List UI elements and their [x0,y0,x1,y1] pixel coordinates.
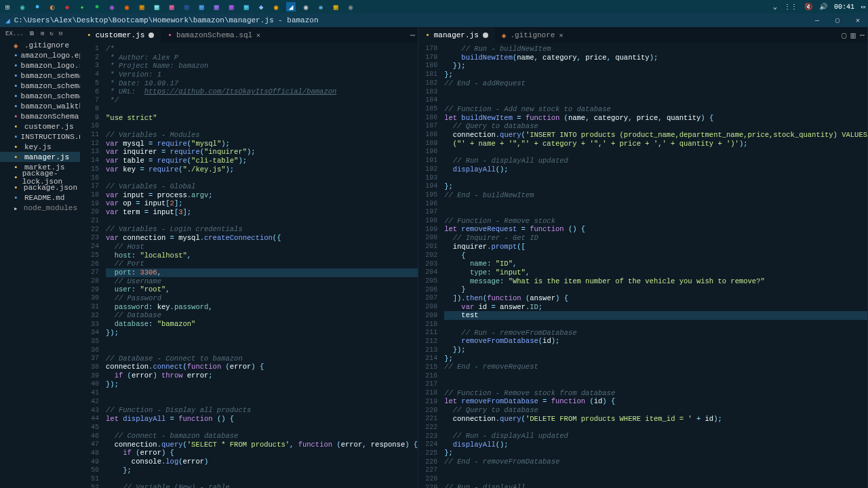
close-icon[interactable]: ✕ [559,31,563,39]
code-area-right[interactable]: 1781791801811821831841851861871881891901… [418,43,867,488]
file-name: .gitignore [24,41,69,49]
app-icon[interactable]: ◆ [62,2,72,12]
editor-pane-right: ▪manager.js◈.gitignore✕ ▢ ▥ ⋯ 1781791801… [418,27,868,488]
wifi-icon[interactable]: ⋮⋮ [784,3,797,11]
code-content[interactable]: /* * Author: Alex P * Project Name: bama… [106,43,418,488]
refresh-icon[interactable]: ↻ [50,30,53,37]
vscode-logo-icon: ◢ [5,16,10,25]
app-icon[interactable]: ◉ [346,2,355,12]
file-item[interactable]: ▪customer.js [0,121,80,131]
adobe-icon[interactable]: ▦ [226,2,236,12]
file-type-icon: ◈ [14,41,22,49]
code-content[interactable]: // Run - buildNewItem buildNewItem(name,… [444,43,867,488]
editor-tab[interactable]: ▪bamazonSchema.sql✕ [161,27,267,43]
clock[interactable]: 00:41 [834,3,854,11]
app-icon[interactable]: ✦ [77,2,87,12]
more-icon[interactable]: ⋯ [860,30,865,41]
app-icon[interactable]: ▦ [331,2,340,12]
close-icon[interactable]: ✕ [256,31,260,39]
app-icon[interactable]: ▦ [241,2,251,12]
file-item[interactable]: ▪bamazon_schema1.P... [0,70,80,81]
spotify-icon[interactable]: ● [92,2,102,12]
file-type-icon: ▪ [14,123,22,131]
adobe-icon[interactable]: ▦ [212,2,221,12]
file-type-icon: ▪ [14,82,18,90]
file-name: INSTRUCTIONS.md [21,133,80,141]
notifications-icon[interactable]: ▭ [861,3,865,11]
vol-mute-icon[interactable]: 🔇 [804,3,812,11]
app-icon[interactable]: ◉ [301,2,311,12]
split-icon[interactable]: ▢ [842,30,846,41]
file-item[interactable]: ▪package-lock.json [0,172,80,182]
collapse-icon[interactable]: ⊟ [59,30,62,37]
code-area-left[interactable]: 1234567891011121314151617181920212223242… [80,43,418,488]
file-item[interactable]: ▪README.md [0,192,80,203]
file-item[interactable]: ▪bamazon_walkthrou... [0,101,80,111]
file-type-icon: ▪ [14,72,18,80]
file-type-icon: ▪ [14,52,18,60]
file-name: manager.js [24,153,69,161]
explorer-sidebar: EX... 🗎 ⊞ ↻ ⊟ ◈.gitignore▪amazon_logo.ep… [0,27,80,488]
file-item[interactable]: ▪bamazon_schema2.P... [0,81,80,91]
file-item[interactable]: ▸node_modules [0,203,80,213]
editor-tab[interactable]: ◈.gitignore✕ [495,27,570,43]
minimize-button[interactable]: — [807,14,827,27]
maximize-button[interactable]: ▢ [827,14,848,27]
word-icon[interactable]: ▦ [182,2,191,12]
start-icon[interactable]: ⊞ [3,2,12,12]
firefox-icon[interactable]: ◐ [47,2,57,12]
file-type-icon: ◈ [502,31,507,40]
app-icon[interactable]: ◉ [107,2,117,12]
edge-icon[interactable]: ◉ [18,2,27,12]
app-icon[interactable]: ❋ [316,2,326,12]
file-item[interactable]: ▪bamazon_logo.svg [0,60,80,70]
editor-tab[interactable]: ▪manager.js [418,27,495,43]
file-item[interactable]: ▪manager.js [0,152,80,162]
editor-area: ▪customer.js▪bamazonSchema.sql✕ ⋯ 123456… [80,27,868,488]
file-item[interactable]: ▪bamazonSchema.sql [0,111,80,121]
adobe-icon[interactable]: ▦ [167,2,176,12]
tab-bar-right: ▪manager.js◈.gitignore✕ ▢ ▥ ⋯ [418,27,867,43]
file-type-icon: ▪ [167,31,172,39]
more-icon[interactable]: ⋯ [410,30,415,41]
file-item[interactable]: ▪bamazon_schema3.P... [0,91,80,101]
new-folder-icon[interactable]: ⊞ [41,30,44,37]
app-icon[interactable]: ◉ [122,2,132,12]
file-type-icon: ▸ [14,204,21,212]
file-item[interactable]: ▪amazon_logo.eps [0,50,80,60]
file-type-icon: ▪ [87,31,92,39]
editor-tab[interactable]: ▪customer.js [80,27,161,43]
file-item[interactable]: ▪package.json [0,182,80,192]
taskbar-apps: ⊞ ◉ ● ◐ ◆ ✦ ● ◉ ◉ ▦ ▦ ▦ ▦ ▦ ▦ ▦ ▦ ◆ ◉ ◢ … [3,2,355,12]
file-item[interactable]: ◈.gitignore [0,40,80,50]
app-icon[interactable]: ◆ [256,2,266,12]
split-icon[interactable]: ▥ [851,30,856,41]
file-name: bamazon_schema3.P... [21,92,80,100]
file-item[interactable]: ▪INSTRUCTIONS.md [0,131,80,142]
explorer-label: EX... [5,30,24,37]
app-icon[interactable]: ▦ [197,2,206,12]
new-file-icon[interactable]: 🗎 [29,30,35,37]
taskbar-tray: ⌄ ⋮⋮ 🔇 🔊 00:41 ▭ [773,3,865,11]
file-type-icon: ▪ [14,184,21,192]
chevron-icon[interactable]: ⌄ [773,3,777,11]
file-name: amazon_logo.eps [21,52,80,60]
file-name: bamazon_schema1.P... [21,72,80,80]
window-controls: — ▢ ✕ [807,14,868,27]
file-name: customer.js [24,123,74,131]
file-name: README.md [24,194,64,202]
close-button[interactable]: ✕ [848,14,868,27]
file-item[interactable]: ▪key.js [0,142,80,152]
vscode-icon[interactable]: ◢ [286,2,296,12]
adobe-icon[interactable]: ▦ [137,2,146,12]
speaker-icon[interactable]: 🔊 [819,3,827,11]
chrome-icon[interactable]: ● [33,2,42,12]
adobe-icon[interactable]: ▦ [152,2,161,12]
app-icon[interactable]: ◉ [271,2,281,12]
file-type-icon: ▪ [14,133,18,141]
tab-bar-left: ▪customer.js▪bamazonSchema.sql✕ ⋯ [80,27,418,43]
file-type-icon: ▪ [14,163,22,171]
gutter: 1234567891011121314151617181920212223242… [80,43,106,488]
file-type-icon: ▪ [14,62,18,70]
file-type-icon: ▪ [14,102,18,110]
